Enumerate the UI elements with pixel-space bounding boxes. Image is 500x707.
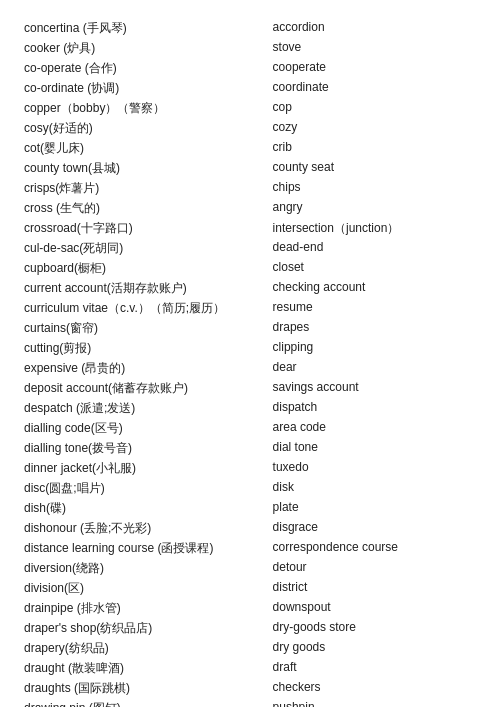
table-row: cot(婴儿床)crib — [24, 138, 476, 158]
vocab-left-cell: dinner jacket(小礼服) — [24, 460, 273, 477]
vocab-left-cell: expensive (昂贵的) — [24, 360, 273, 377]
vocab-right-cell: pushpin — [273, 700, 476, 708]
vocab-right-cell: drapes — [273, 320, 476, 337]
table-row: division(区)district — [24, 578, 476, 598]
table-row: deposit account(储蓄存款账户)savings account — [24, 378, 476, 398]
vocab-left-cell: cot(婴儿床) — [24, 140, 273, 157]
vocab-right-cell: chips — [273, 180, 476, 197]
table-row: draught (散装啤酒)draft — [24, 658, 476, 678]
vocab-right-cell: checking account — [273, 280, 476, 297]
vocab-right-cell: dry-goods store — [273, 620, 476, 637]
vocab-left-cell: copper（bobby）（警察） — [24, 100, 273, 117]
vocab-left-cell: cupboard(橱柜) — [24, 260, 273, 277]
table-row: crisps(炸薯片)chips — [24, 178, 476, 198]
vocab-right-cell: clipping — [273, 340, 476, 357]
table-row: dishonour (丢脸;不光彩)disgrace — [24, 518, 476, 538]
vocab-right-cell: district — [273, 580, 476, 597]
table-row: despatch (派遣;发送)dispatch — [24, 398, 476, 418]
table-row: copper（bobby）（警察）cop — [24, 98, 476, 118]
vocab-right-cell: savings account — [273, 380, 476, 397]
vocab-right-cell: stove — [273, 40, 476, 57]
table-row: drainpipe (排水管)downspout — [24, 598, 476, 618]
vocab-left-cell: division(区) — [24, 580, 273, 597]
table-row: distance learning course (函授课程)correspon… — [24, 538, 476, 558]
vocab-left-cell: drapery(纺织品) — [24, 640, 273, 657]
vocab-right-cell: detour — [273, 560, 476, 577]
table-row: expensive (昂贵的)dear — [24, 358, 476, 378]
vocab-right-cell: dispatch — [273, 400, 476, 417]
table-row: dish(碟)plate — [24, 498, 476, 518]
vocab-right-cell: cooperate — [273, 60, 476, 77]
table-row: co-operate (合作)cooperate — [24, 58, 476, 78]
vocab-left-cell: concertina (手风琴) — [24, 20, 273, 37]
vocab-left-cell: county town(县城) — [24, 160, 273, 177]
vocab-left-cell: disc(圆盘;唱片) — [24, 480, 273, 497]
vocab-left-cell: cul-de-sac(死胡同) — [24, 240, 273, 257]
vocab-right-cell: accordion — [273, 20, 476, 37]
vocab-right-cell: intersection（junction） — [273, 220, 476, 237]
vocab-left-cell: dialling code(区号) — [24, 420, 273, 437]
table-row: drapery(纺织品)dry goods — [24, 638, 476, 658]
vocab-right-cell: dear — [273, 360, 476, 377]
table-row: cutting(剪报)clipping — [24, 338, 476, 358]
vocab-left-cell: despatch (派遣;发送) — [24, 400, 273, 417]
vocab-left-cell: dialling tone(拨号音) — [24, 440, 273, 457]
vocab-left-cell: co-operate (合作) — [24, 60, 273, 77]
table-row: draughts (国际跳棋)checkers — [24, 678, 476, 698]
main-content: concertina (手风琴)accordioncooker (炉具)stov… — [0, 0, 500, 707]
table-row: diversion(绕路)detour — [24, 558, 476, 578]
vocab-right-cell: cop — [273, 100, 476, 117]
vocab-left-cell: cutting(剪报) — [24, 340, 273, 357]
table-row: cosy(好适的)cozy — [24, 118, 476, 138]
table-row: draper's shop(纺织品店)dry-goods store — [24, 618, 476, 638]
vocab-left-cell: draught (散装啤酒) — [24, 660, 273, 677]
vocab-right-cell: county seat — [273, 160, 476, 177]
vocab-left-cell: crossroad(十字路口) — [24, 220, 273, 237]
vocab-right-cell: correspondence course — [273, 540, 476, 557]
vocab-left-cell: drainpipe (排水管) — [24, 600, 273, 617]
vocab-right-cell: closet — [273, 260, 476, 277]
table-row: cross (生气的)angry — [24, 198, 476, 218]
table-row: current account(活期存款账户)checking account — [24, 278, 476, 298]
vocab-right-cell: disgrace — [273, 520, 476, 537]
table-row: co-ordinate (协调)coordinate — [24, 78, 476, 98]
vocab-left-cell: draper's shop(纺织品店) — [24, 620, 273, 637]
table-row: curtains(窗帘)drapes — [24, 318, 476, 338]
vocab-right-cell: draft — [273, 660, 476, 677]
vocab-right-cell: dry goods — [273, 640, 476, 657]
vocab-left-cell: deposit account(储蓄存款账户) — [24, 380, 273, 397]
vocab-right-cell: coordinate — [273, 80, 476, 97]
table-row: crossroad(十字路口)intersection（junction） — [24, 218, 476, 238]
vocab-right-cell: angry — [273, 200, 476, 217]
table-row: drawing pin (图钉)pushpin — [24, 698, 476, 707]
vocab-left-cell: drawing pin (图钉) — [24, 700, 273, 708]
table-row: disc(圆盘;唱片)disk — [24, 478, 476, 498]
table-row: dialling tone(拨号音)dial tone — [24, 438, 476, 458]
vocab-left-cell: curtains(窗帘) — [24, 320, 273, 337]
vocab-left-cell: co-ordinate (协调) — [24, 80, 273, 97]
vocab-right-cell: resume — [273, 300, 476, 317]
vocabulary-table: concertina (手风琴)accordioncooker (炉具)stov… — [24, 18, 476, 707]
vocab-right-cell: cozy — [273, 120, 476, 137]
table-row: cooker (炉具)stove — [24, 38, 476, 58]
vocab-left-cell: draughts (国际跳棋) — [24, 680, 273, 697]
table-row: concertina (手风琴)accordion — [24, 18, 476, 38]
vocab-right-cell: dial tone — [273, 440, 476, 457]
vocab-right-cell: tuxedo — [273, 460, 476, 477]
table-row: cul-de-sac(死胡同)dead-end — [24, 238, 476, 258]
vocab-left-cell: curriculum vitae（c.v.）（简历;履历） — [24, 300, 273, 317]
table-row: county town(县城)county seat — [24, 158, 476, 178]
vocab-left-cell: dish(碟) — [24, 500, 273, 517]
table-row: dialling code(区号)area code — [24, 418, 476, 438]
table-row: dinner jacket(小礼服)tuxedo — [24, 458, 476, 478]
vocab-right-cell: downspout — [273, 600, 476, 617]
vocab-left-cell: crisps(炸薯片) — [24, 180, 273, 197]
vocab-right-cell: disk — [273, 480, 476, 497]
vocab-right-cell: crib — [273, 140, 476, 157]
table-row: cupboard(橱柜)closet — [24, 258, 476, 278]
vocab-left-cell: cross (生气的) — [24, 200, 273, 217]
vocab-left-cell: diversion(绕路) — [24, 560, 273, 577]
table-row: curriculum vitae（c.v.）（简历;履历）resume — [24, 298, 476, 318]
vocab-left-cell: distance learning course (函授课程) — [24, 540, 273, 557]
vocab-right-cell: area code — [273, 420, 476, 437]
